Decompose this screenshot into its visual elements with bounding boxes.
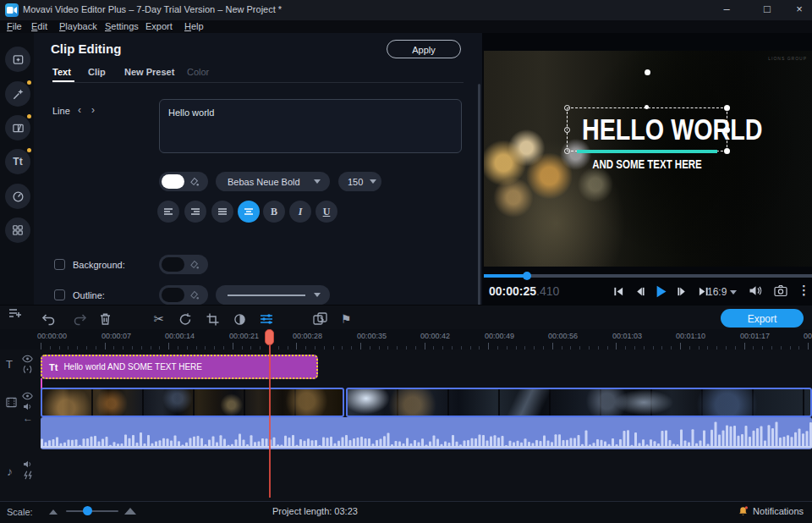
redo-button[interactable] xyxy=(70,310,89,328)
titles-button[interactable]: Tt xyxy=(5,149,30,174)
aspect-ratio-value: 16:9 xyxy=(707,286,727,298)
previous-frame-button[interactable] xyxy=(632,284,647,299)
tab-new-preset[interactable]: New Preset xyxy=(124,67,174,77)
title-bar: Movavi Video Editor Plus – 7-Day Trial V… xyxy=(0,0,812,20)
audio-clip[interactable] xyxy=(41,417,812,449)
snapshot-button[interactable] xyxy=(774,284,787,297)
next-line-button[interactable]: › xyxy=(91,104,95,116)
bold-button[interactable]: B xyxy=(263,201,285,223)
transition-wizard-button[interactable] xyxy=(310,310,329,328)
text-selection-box[interactable]: HELLO WORLD xyxy=(567,107,727,151)
delete-button[interactable] xyxy=(96,310,114,328)
preview-title-text[interactable]: HELLO WORLD xyxy=(582,110,712,150)
minimize-button[interactable]: – xyxy=(712,0,741,20)
resize-handle[interactable] xyxy=(724,105,730,111)
resize-handle[interactable] xyxy=(564,105,570,111)
seek-bar[interactable] xyxy=(484,274,812,278)
menu-playback[interactable]: Playback xyxy=(59,21,97,31)
undo-button[interactable] xyxy=(39,310,58,328)
notifications-button[interactable]: Notifications xyxy=(738,505,804,517)
maximize-button[interactable]: □ xyxy=(753,0,782,20)
export-button[interactable]: Export xyxy=(721,309,804,328)
next-frame-button[interactable] xyxy=(674,284,689,299)
transitions-button[interactable] xyxy=(5,115,30,140)
marker-button[interactable]: ⚑ xyxy=(337,310,355,328)
menu-settings[interactable]: Settings xyxy=(105,21,139,31)
paint-bucket-icon xyxy=(189,259,200,270)
zoom-in-button[interactable] xyxy=(124,508,136,515)
outline-checkbox[interactable] xyxy=(54,289,65,300)
resize-handle[interactable] xyxy=(645,105,649,109)
resize-handle[interactable] xyxy=(724,148,730,154)
font-family-dropdown[interactable]: Bebas Neue Bold xyxy=(216,172,330,191)
justify-icon xyxy=(217,207,228,216)
seek-handle[interactable] xyxy=(523,272,531,280)
zoom-out-button[interactable] xyxy=(49,509,58,515)
italic-button[interactable]: I xyxy=(289,201,311,223)
clip-properties-button[interactable] xyxy=(257,310,276,328)
resize-handle[interactable] xyxy=(724,127,730,133)
menu-edit[interactable]: Edit xyxy=(31,21,47,31)
title-text-input[interactable] xyxy=(159,99,462,153)
video-preview[interactable]: LIONS GROUP HELLO WORLD AND SOME TEXT HE… xyxy=(484,51,812,267)
project-length: Project length: 03:23 xyxy=(272,506,358,516)
new-badge xyxy=(27,80,31,85)
playhead-handle[interactable] xyxy=(265,329,274,345)
underline-button[interactable]: U xyxy=(315,201,337,223)
align-left-button[interactable] xyxy=(157,201,179,223)
stickers-button[interactable] xyxy=(5,184,30,209)
video-clip-2[interactable] xyxy=(346,388,812,417)
previous-line-button[interactable]: ‹ xyxy=(78,104,81,116)
color-adjustments-button[interactable] xyxy=(230,310,249,328)
tab-text[interactable]: Text xyxy=(52,67,71,77)
scale-slider[interactable] xyxy=(66,510,118,512)
volume-button[interactable] xyxy=(749,284,763,297)
outline-color-picker[interactable] xyxy=(159,285,208,305)
align-left-icon xyxy=(163,207,173,216)
text-color-picker[interactable] xyxy=(159,172,208,191)
title-clip[interactable]: Tt Hello world AND SOME TEXT HERE xyxy=(41,355,318,379)
menu-file[interactable]: File xyxy=(7,21,22,31)
timecode-fraction: .410 xyxy=(536,284,559,298)
resize-handle[interactable] xyxy=(564,127,570,133)
menu-export[interactable]: Export xyxy=(145,21,173,31)
ruler-ticks xyxy=(41,343,812,350)
rotate-button[interactable] xyxy=(176,310,195,328)
seek-bar-fill xyxy=(484,274,527,278)
tab-clip[interactable]: Clip xyxy=(88,67,106,77)
background-color-picker[interactable] xyxy=(159,255,208,274)
split-button[interactable]: ✂ xyxy=(150,310,168,328)
preview-menu-button[interactable]: ⋮ xyxy=(798,283,810,298)
menu-help[interactable]: Help xyxy=(184,21,204,31)
video-clip-1[interactable] xyxy=(41,388,344,417)
more-tools-button[interactable] xyxy=(5,217,30,243)
filters-button[interactable] xyxy=(5,81,30,107)
scale-slider-handle[interactable] xyxy=(83,506,92,515)
font-size-dropdown[interactable]: 150 xyxy=(338,172,381,191)
panel-scrollbar[interactable] xyxy=(478,84,480,334)
ruler-label: 00:00:49 xyxy=(485,332,514,340)
preview-subtitle-text[interactable]: AND SOME TEXT HERE xyxy=(546,157,748,171)
import-media-button[interactable] xyxy=(5,47,30,72)
play-button[interactable] xyxy=(653,284,668,299)
aspect-ratio-dropdown[interactable]: 16:9 xyxy=(707,286,737,298)
paint-bucket-icon xyxy=(189,289,200,300)
align-center-button[interactable] xyxy=(238,201,260,223)
ruler-label: 00:00:07 xyxy=(102,332,131,340)
go-to-start-button[interactable] xyxy=(611,284,626,299)
tab-color[interactable]: Color xyxy=(187,67,209,77)
align-right-button[interactable] xyxy=(184,201,206,223)
clip-editing-panel: Clip Editing Apply Text Clip New Preset … xyxy=(34,33,482,305)
playhead-line[interactable] xyxy=(269,329,271,498)
justify-button[interactable] xyxy=(211,201,233,223)
add-track-button[interactable] xyxy=(8,307,22,320)
crop-button[interactable] xyxy=(203,310,222,328)
timeline-ruler[interactable]: 00:00:00 00:00:07 00:00:14 00:00:21 00:0… xyxy=(0,329,812,350)
close-button[interactable]: × xyxy=(785,0,812,20)
grid-icon xyxy=(12,224,24,236)
rotate-handle[interactable] xyxy=(645,69,650,75)
apply-button[interactable]: Apply xyxy=(387,40,461,58)
resize-handle[interactable] xyxy=(564,148,570,154)
background-checkbox[interactable] xyxy=(54,259,65,270)
outline-style-dropdown[interactable] xyxy=(216,285,330,305)
